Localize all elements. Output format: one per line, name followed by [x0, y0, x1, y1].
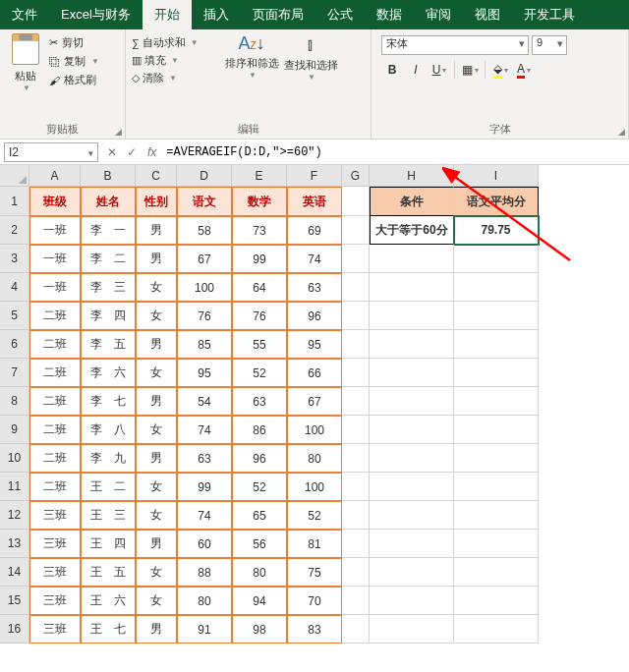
find-select-button[interactable]: ⫾ 查找和选择▼: [281, 33, 340, 85]
cell[interactable]: [370, 473, 454, 501]
cell-english[interactable]: 67: [287, 387, 342, 416]
fill-color-button[interactable]: ⬙▾: [489, 59, 511, 81]
col-header[interactable]: G: [342, 165, 370, 187]
formula-input[interactable]: [162, 145, 629, 159]
row-header[interactable]: 16: [0, 615, 29, 644]
cell-class[interactable]: 三班: [29, 501, 81, 530]
row-header[interactable]: 5: [0, 302, 29, 330]
cell[interactable]: [342, 416, 370, 444]
cell[interactable]: [454, 330, 539, 359]
cell-name[interactable]: 李 五: [81, 330, 136, 359]
cell-chinese[interactable]: 85: [177, 330, 232, 359]
cell-english[interactable]: 75: [287, 558, 342, 587]
cell-gender[interactable]: 女: [136, 416, 177, 444]
tab-1[interactable]: Excel与财务: [49, 0, 143, 29]
cell-gender[interactable]: 男: [136, 387, 177, 416]
cell[interactable]: [342, 359, 370, 387]
accept-formula-button[interactable]: ✓: [122, 145, 142, 159]
cell-math[interactable]: 64: [232, 273, 287, 302]
tab-0[interactable]: 文件: [0, 0, 49, 29]
cell-gender[interactable]: 女: [136, 558, 177, 587]
cell[interactable]: [342, 387, 370, 416]
cell-gender[interactable]: 男: [136, 530, 177, 558]
header-name[interactable]: 姓名: [81, 187, 136, 216]
cell[interactable]: [454, 359, 539, 387]
dialog-launcher-icon[interactable]: ◢: [115, 127, 122, 137]
cell[interactable]: [370, 530, 454, 558]
cell[interactable]: [370, 558, 454, 587]
cell-math[interactable]: 65: [232, 501, 287, 530]
cell-math[interactable]: 55: [232, 330, 287, 359]
tab-6[interactable]: 数据: [365, 0, 414, 29]
cell-chinese[interactable]: 88: [177, 558, 232, 587]
cell[interactable]: [370, 245, 454, 273]
cell[interactable]: [454, 302, 539, 330]
cell[interactable]: [342, 444, 370, 473]
cell-chinese[interactable]: 100: [177, 273, 232, 302]
cell-english[interactable]: 70: [287, 587, 342, 615]
cell-math[interactable]: 56: [232, 530, 287, 558]
cut-button[interactable]: ✂剪切: [49, 35, 99, 50]
select-all-corner[interactable]: [0, 165, 29, 187]
cell-chinese[interactable]: 91: [177, 615, 232, 644]
row-header[interactable]: 13: [0, 530, 29, 558]
cell[interactable]: [342, 558, 370, 587]
name-box[interactable]: I2: [4, 142, 98, 162]
row-header[interactable]: 12: [0, 501, 29, 530]
tab-5[interactable]: 公式: [315, 0, 365, 29]
cell-math[interactable]: 86: [232, 416, 287, 444]
cell-name[interactable]: 李 三: [81, 273, 136, 302]
row-header[interactable]: 9: [0, 416, 29, 444]
cell-gender[interactable]: 男: [136, 444, 177, 473]
cell-chinese[interactable]: 76: [177, 302, 232, 330]
cell-gender[interactable]: 男: [136, 330, 177, 359]
cell-chinese[interactable]: 74: [177, 416, 232, 444]
cell-english[interactable]: 83: [287, 615, 342, 644]
header-class[interactable]: 班级: [29, 187, 81, 216]
cell-name[interactable]: 王 三: [81, 501, 136, 530]
font-name-select[interactable]: 宋体: [381, 35, 529, 55]
cell[interactable]: [342, 187, 370, 216]
col-header[interactable]: E: [232, 165, 287, 187]
cell[interactable]: [454, 615, 539, 644]
cell[interactable]: [370, 615, 454, 644]
row-header[interactable]: 2: [0, 216, 29, 245]
col-header[interactable]: F: [287, 165, 342, 187]
header-math[interactable]: 数学: [232, 187, 287, 216]
cell[interactable]: [342, 530, 370, 558]
clear-button[interactable]: ◇清除▼: [132, 71, 222, 85]
cell[interactable]: [454, 416, 539, 444]
cell-english[interactable]: 81: [287, 530, 342, 558]
cell-math[interactable]: 96: [232, 444, 287, 473]
cell-math[interactable]: 52: [232, 359, 287, 387]
copy-button[interactable]: ⿻复制▼: [49, 54, 99, 69]
cell-english[interactable]: 80: [287, 444, 342, 473]
format-painter-button[interactable]: 🖌格式刷: [49, 73, 99, 87]
cell-english[interactable]: 69: [287, 216, 342, 245]
header-condition[interactable]: 条件: [370, 187, 454, 216]
cell-math[interactable]: 76: [232, 302, 287, 330]
cell-class[interactable]: 一班: [29, 216, 81, 245]
tab-9[interactable]: 开发工具: [512, 0, 587, 29]
cell-gender[interactable]: 女: [136, 273, 177, 302]
cell-class[interactable]: 二班: [29, 302, 81, 330]
cell-chinese[interactable]: 95: [177, 359, 232, 387]
col-header[interactable]: A: [29, 165, 81, 187]
cell-name[interactable]: 李 一: [81, 216, 136, 245]
col-header[interactable]: H: [370, 165, 454, 187]
tab-4[interactable]: 页面布局: [241, 0, 315, 29]
row-header[interactable]: 7: [0, 359, 29, 387]
cell-class[interactable]: 二班: [29, 359, 81, 387]
cell[interactable]: [342, 615, 370, 644]
cell-gender[interactable]: 女: [136, 473, 177, 501]
cell[interactable]: [342, 273, 370, 302]
cell-condition[interactable]: 大于等于60分: [370, 216, 454, 245]
cell[interactable]: [342, 473, 370, 501]
cell-gender[interactable]: 男: [136, 245, 177, 273]
tab-7[interactable]: 审阅: [414, 0, 463, 29]
cell-gender[interactable]: 女: [136, 587, 177, 615]
cell-math[interactable]: 94: [232, 587, 287, 615]
cell-class[interactable]: 二班: [29, 416, 81, 444]
cell-name[interactable]: 李 四: [81, 302, 136, 330]
cell[interactable]: [370, 302, 454, 330]
